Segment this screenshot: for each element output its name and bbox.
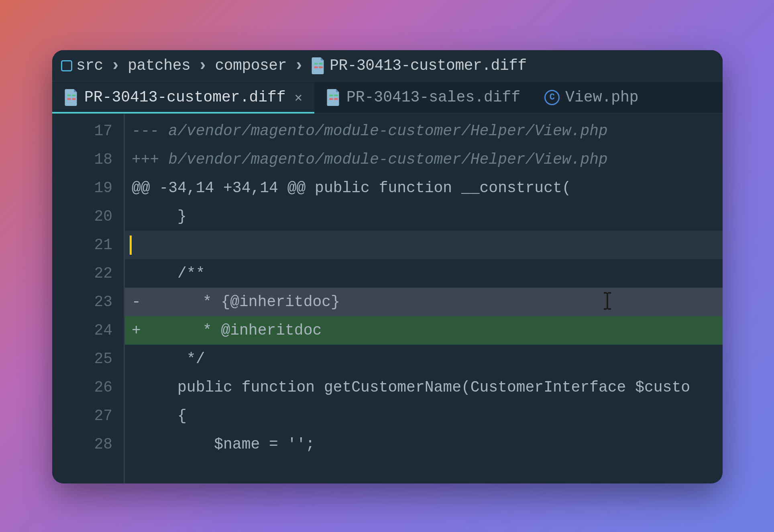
- chevron-right-icon: ›: [110, 56, 120, 75]
- line-gutter: 17 18 19 20 21 22 23 24 25 26 27 28: [52, 114, 124, 483]
- breadcrumb: src › patches › composer › PR-30413-cust…: [52, 50, 723, 81]
- code-line[interactable]: public function getCustomerName(Customer…: [124, 373, 723, 402]
- diff-file-icon: [311, 57, 326, 74]
- project-icon: [61, 60, 72, 71]
- line-number: 23: [52, 288, 124, 316]
- svg-rect-3: [319, 66, 323, 68]
- line-number: 27: [52, 402, 124, 430]
- line-number: 26: [52, 373, 124, 402]
- code-content[interactable]: --- a/vendor/magento/module-customer/Hel…: [124, 114, 723, 483]
- breadcrumb-item[interactable]: composer: [215, 57, 287, 74]
- line-number: 17: [52, 117, 124, 145]
- code-line[interactable]: }: [124, 202, 723, 231]
- diff-file-icon: [326, 89, 341, 106]
- code-line[interactable]: --- a/vendor/magento/module-customer/Hel…: [124, 117, 723, 145]
- line-number: 22: [52, 259, 124, 288]
- line-number: 28: [52, 430, 124, 459]
- editor-window: src › patches › composer › PR-30413-cust…: [52, 50, 723, 483]
- php-file-icon: C: [544, 90, 560, 105]
- tab-sales-diff[interactable]: PR-30413-sales.diff: [314, 81, 532, 113]
- tab-label: View.php: [565, 89, 638, 106]
- svg-rect-5: [72, 94, 76, 96]
- tab-view-php[interactable]: C View.php: [532, 81, 650, 113]
- code-line-cursor[interactable]: [124, 231, 723, 259]
- line-number: 24: [52, 316, 124, 345]
- tab-label: PR-30413-customer.diff: [84, 89, 286, 106]
- line-number: 19: [52, 174, 124, 202]
- code-line[interactable]: {: [124, 402, 723, 430]
- breadcrumb-file[interactable]: PR-30413-customer.diff: [330, 57, 527, 74]
- line-number: 20: [52, 202, 124, 231]
- svg-rect-6: [67, 98, 71, 100]
- svg-rect-2: [314, 66, 318, 68]
- svg-rect-1: [319, 63, 323, 65]
- tab-label: PR-30413-sales.diff: [346, 89, 520, 106]
- diff-file-icon: [64, 89, 79, 106]
- line-number: 25: [52, 345, 124, 373]
- line-number: 21: [52, 231, 124, 259]
- code-line-added[interactable]: + * @inheritdoc: [124, 316, 723, 345]
- svg-rect-11: [334, 98, 338, 100]
- svg-rect-9: [334, 94, 338, 96]
- svg-rect-0: [314, 63, 318, 65]
- svg-rect-8: [329, 94, 333, 96]
- text-caret: [130, 236, 132, 255]
- tab-customer-diff[interactable]: PR-30413-customer.diff ✕: [52, 81, 314, 113]
- svg-rect-7: [72, 98, 76, 100]
- gutter-divider: [124, 114, 125, 483]
- code-line[interactable]: $name = '';: [124, 430, 723, 459]
- line-number: 18: [52, 145, 124, 174]
- close-icon[interactable]: ✕: [295, 89, 302, 106]
- code-line[interactable]: */: [124, 345, 723, 373]
- code-line[interactable]: /**: [124, 259, 723, 288]
- chevron-right-icon: ›: [294, 56, 304, 75]
- breadcrumb-item[interactable]: patches: [128, 57, 190, 74]
- code-editor[interactable]: 17 18 19 20 21 22 23 24 25 26 27 28 --- …: [52, 114, 723, 483]
- breadcrumb-item[interactable]: src: [76, 57, 103, 74]
- svg-rect-4: [67, 94, 71, 96]
- code-line-removed[interactable]: - * {@inheritdoc}: [124, 288, 723, 316]
- chevron-right-icon: ›: [198, 56, 208, 75]
- code-line[interactable]: @@ -34,14 +34,14 @@ public function __co…: [124, 174, 723, 202]
- svg-rect-10: [329, 98, 333, 100]
- code-line[interactable]: +++ b/vendor/magento/module-customer/Hel…: [124, 145, 723, 174]
- tab-bar: PR-30413-customer.diff ✕ PR-30413-sales.…: [52, 81, 723, 114]
